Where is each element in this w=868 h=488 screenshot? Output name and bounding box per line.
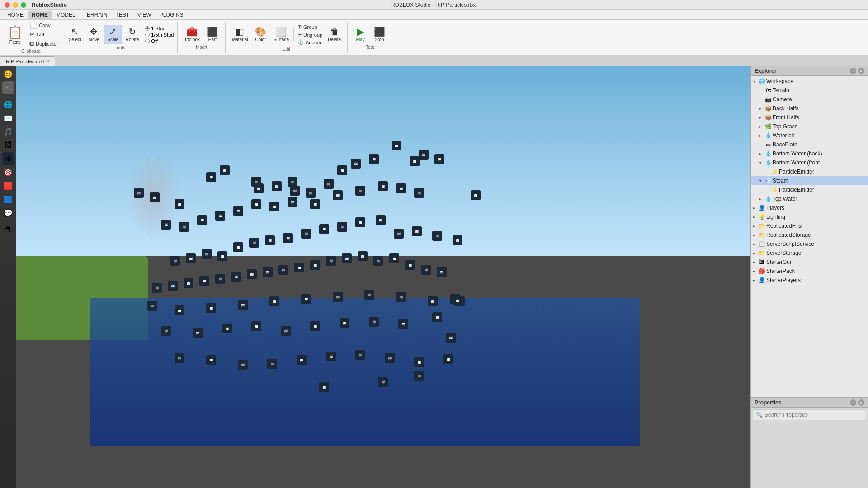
cut-button[interactable]: ✂ Cut — [28, 30, 58, 38]
titlebar: RobloxStudio ROBLOX Studio - RIP Particl… — [0, 0, 868, 10]
scale-button[interactable]: ⤢ Scale — [104, 25, 122, 44]
dock-roblox[interactable]: 🎯 — [2, 166, 14, 178]
group-button[interactable]: ⊞ Group — [296, 23, 324, 30]
tree-item-particle-emitter-1[interactable]: ✨ ParticleEmitter — [751, 167, 868, 176]
tree-icon-replicated-first: 📁 — [758, 222, 765, 230]
tree-item-starter-players[interactable]: ▸ 👤 StarterPlayers — [751, 276, 868, 285]
steam-particle — [184, 278, 193, 288]
tree-arrow-server-script-service: ▸ — [751, 242, 757, 246]
clipboard-sub-buttons: 📄 Copy ✂ Cut ⧉ Duplicate — [28, 21, 58, 48]
menu-plugins[interactable]: PLUGINS — [156, 11, 187, 19]
tree-item-bottom-water-back[interactable]: ▸ 💧 Bottom Water (back) — [751, 149, 868, 158]
tree-item-starter-pack[interactable]: ▸ 🎒 StarterPack — [751, 267, 868, 276]
menu-test[interactable]: TEST — [112, 11, 133, 19]
maximize-button[interactable] — [21, 2, 26, 8]
paste-icon: 📋 — [7, 25, 23, 40]
play-button[interactable]: ▶ Play — [351, 25, 369, 44]
tree-arrow-replicated-storage: ▸ — [751, 233, 757, 237]
tree-label-baseplate: BasePlate — [773, 141, 868, 148]
tree-item-particle-emitter-2[interactable]: ✨ ParticleEmitter — [751, 185, 868, 194]
surface-button[interactable]: ⬜ Surface — [271, 25, 292, 44]
color-button[interactable]: 🎨 Color — [252, 25, 270, 44]
tree-item-bottom-water-front[interactable]: ▾ 💧 Bottom Water (front — [751, 158, 868, 167]
tree-icon-lighting: 💡 — [758, 213, 765, 221]
dock-browser[interactable]: 🌐 — [2, 98, 14, 111]
steam-particle — [419, 150, 429, 160]
material-button[interactable]: ◧ Material — [229, 25, 251, 44]
steam-particle — [414, 188, 424, 198]
steam-particle — [432, 231, 442, 241]
tree-item-top-grass[interactable]: ▸ 🌿 Top Grass — [751, 122, 868, 131]
properties-search-box[interactable]: 🔍 — [753, 409, 866, 420]
tree-arrow-replicated-first: ▸ — [751, 224, 757, 228]
close-button[interactable] — [5, 2, 10, 8]
properties-pin-button[interactable]: − — [850, 399, 856, 406]
tree-item-back-halfs[interactable]: ▸ 📦 Back Halfs — [751, 104, 868, 113]
dock-music[interactable]: 🎵 — [2, 125, 14, 138]
tree-item-water-bit[interactable]: ▸ 💧 Water bit — [751, 131, 868, 140]
minimize-button[interactable] — [13, 2, 18, 8]
menu-view[interactable]: VIEW — [134, 11, 155, 19]
dock-skype[interactable]: 💬 — [2, 206, 14, 219]
tree-item-top-water[interactable]: ▸ 💧 Top Water — [751, 194, 868, 203]
steam-particle — [290, 186, 300, 196]
test-buttons: ▶ Play ⬛ Stop — [351, 25, 388, 44]
part-button[interactable]: ⬛ Part — [203, 25, 222, 44]
explorer-panel: Explorer − × ▾ 🌐 Workspace 🗺 Terrain 📷 C… — [751, 66, 868, 398]
dock-roblox3[interactable]: 🟦 — [2, 193, 14, 206]
properties-close-button[interactable]: × — [858, 399, 864, 406]
tree-item-starter-gui[interactable]: ▸ 🖼 StarterGui — [751, 258, 868, 267]
dock-finder[interactable]: 😊 — [2, 68, 14, 80]
steam-particle — [324, 179, 334, 189]
menu-terrain[interactable]: TERRAIN — [80, 11, 111, 19]
move-button[interactable]: ✥ Move — [85, 25, 103, 44]
toolbox-button[interactable]: 🧰 Toolbox — [181, 25, 202, 44]
tree-item-players[interactable]: ▸ 👤 Players — [751, 203, 868, 212]
menu-file[interactable]: HOME — [4, 11, 27, 19]
file-tab[interactable]: RIP Particles.rbxl × — [0, 56, 55, 66]
tree-item-replicated-storage[interactable]: ▸ 📁 ReplicatedStorage — [751, 230, 868, 239]
copy-button[interactable]: 📄 Copy — [28, 21, 58, 29]
radio-off[interactable]: Off — [145, 38, 174, 44]
anchor-button[interactable]: ⚓ Anchor — [296, 39, 324, 46]
dock-photos[interactable]: 🖼 — [2, 139, 14, 151]
duplicate-button[interactable]: ⧉ Duplicate — [28, 39, 58, 48]
tree-item-front-halfs[interactable]: ▸ 📦 Front Halfs — [751, 113, 868, 122]
rotate-button[interactable]: ↻ Rotate — [123, 25, 142, 44]
properties-search-input[interactable] — [764, 412, 863, 418]
stop-button[interactable]: ⬛ Stop — [370, 25, 388, 44]
menu-home[interactable]: HOME — [28, 11, 52, 19]
dock-roblox2[interactable]: 🟥 — [2, 179, 14, 192]
steam-particle — [310, 199, 320, 209]
tree-item-workspace[interactable]: ▾ 🌐 Workspace — [751, 77, 868, 86]
tree-item-steam[interactable]: ▾ 💨 Steam — [751, 176, 868, 185]
radio-fifth-stud[interactable]: 1/5th Stud — [145, 32, 174, 38]
paste-button[interactable]: 📋 Paste — [4, 23, 27, 47]
tree-item-replicated-first[interactable]: ▸ 📁 ReplicatedFirst — [751, 221, 868, 230]
dock-mail[interactable]: ✉️ — [2, 112, 14, 124]
tree-item-baseplate[interactable]: ▭ BasePlate — [751, 140, 868, 149]
tree-item-lighting[interactable]: ▸ 💡 Lighting — [751, 212, 868, 221]
tree-icon-particle-emitter-1: ✨ — [771, 168, 778, 175]
tree-item-server-storage[interactable]: ▸ 📁 ServerStorage — [751, 249, 868, 258]
dock-steam[interactable]: ⚙ — [2, 152, 14, 165]
menu-model[interactable]: MODEL — [52, 11, 79, 19]
dock-roblox-studio[interactable]: 🎮 — [2, 81, 14, 94]
explorer-close-button[interactable]: × — [858, 68, 864, 74]
tree-label-server-storage: ServerStorage — [766, 250, 868, 256]
steam-particle — [319, 224, 329, 234]
tree-item-server-script-service[interactable]: ▸ 📋 ServerScriptService — [751, 239, 868, 249]
tree-arrow-workspace: ▾ — [751, 80, 757, 84]
radio-1stud[interactable]: 1 Stud — [145, 26, 174, 31]
tree-item-camera[interactable]: 📷 Camera — [751, 95, 868, 104]
tab-close-button[interactable]: × — [47, 59, 49, 64]
delete-button[interactable]: 🗑 Delete — [325, 25, 344, 44]
dock-trash[interactable]: 🗑 — [2, 223, 14, 236]
steam-particle — [326, 352, 336, 361]
tree-item-terrain[interactable]: 🗺 Terrain — [751, 86, 868, 95]
tree-label-replicated-first: ReplicatedFirst — [766, 223, 868, 229]
select-button[interactable]: ↖ Select — [66, 25, 84, 44]
ungroup-button[interactable]: ⊟ Ungroup — [296, 31, 324, 38]
explorer-pin-button[interactable]: − — [850, 68, 856, 74]
steam-particle — [134, 188, 144, 198]
